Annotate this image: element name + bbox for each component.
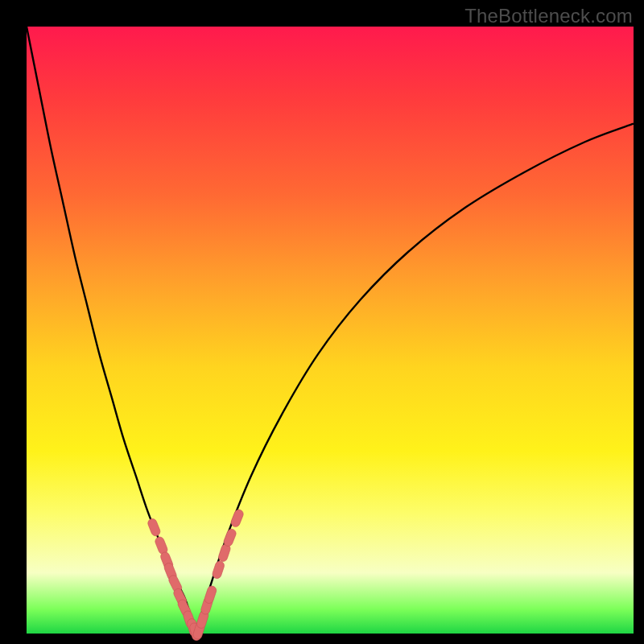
svg-rect-13 xyxy=(204,585,217,605)
svg-rect-17 xyxy=(229,508,244,528)
curve-marker xyxy=(147,518,161,538)
curve-marker xyxy=(204,585,217,605)
watermark-text: TheBottleneck.com xyxy=(464,5,633,27)
curve-marker xyxy=(222,528,237,548)
svg-rect-16 xyxy=(222,528,237,548)
plot-area xyxy=(27,27,634,634)
svg-rect-14 xyxy=(212,560,225,580)
curve-left-arm xyxy=(27,27,196,634)
curve-marker xyxy=(212,560,225,580)
svg-rect-0 xyxy=(147,518,161,538)
curve-right-arm xyxy=(196,124,634,634)
chart-frame: TheBottleneck.com xyxy=(0,0,644,644)
curves-svg xyxy=(27,27,634,634)
curve-marker xyxy=(229,508,244,528)
